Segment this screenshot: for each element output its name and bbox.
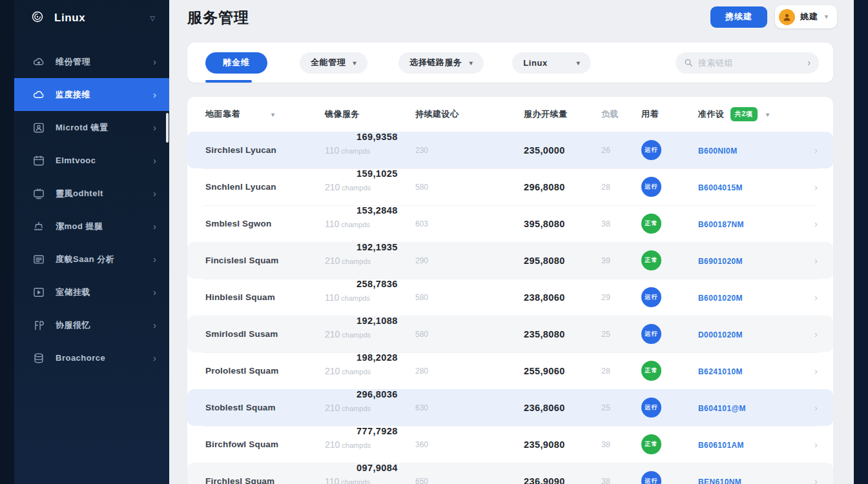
sidebar-item-1[interactable]: 维份管理 › [14, 45, 169, 78]
table-row[interactable]: Fincislesl Squam 210champds 192,1935290 … [187, 242, 833, 279]
table-body: Sirchlesl Lyucan 110champds 169,9358230 … [187, 132, 833, 484]
sidebar-item-label: 度貌Saan 分析 [56, 254, 143, 265]
brackets-icon [32, 318, 46, 332]
table-row[interactable]: Sirchlesl Lyucan 110champds 169,9358230 … [187, 132, 833, 168]
chevron-down-icon[interactable]: ▾ [766, 111, 770, 118]
chevron-down-icon: ▾ [470, 59, 473, 66]
sidebar-item-6[interactable]: 潔mod 提腿 › [14, 210, 169, 243]
sidebar-menu: 维份管理 › 监度接维 › Microtd 镜置 › Elmtvooc › 靈風… [14, 45, 169, 374]
logo-dropdown-icon[interactable]: ▽ [150, 15, 155, 22]
search-icon [684, 58, 693, 67]
table-row[interactable]: Snchlenl Lyucan 210champds 159,1025580 2… [187, 168, 833, 205]
main-content: 服务管理 携续建 姚建 ▼ 雕金维 全能管理 ▾ 选择链路服务 ▾ Linux … [169, 0, 854, 484]
sidebar-item-4[interactable]: Elmtvooc › [14, 144, 169, 177]
sidebar-item-label: 潔mod 提腿 [56, 221, 143, 232]
chevron-right-icon: › [153, 57, 156, 66]
column-header-version: 镜像服务 [325, 108, 415, 120]
cell-ci: 153,2848603 [415, 219, 524, 228]
table-row[interactable]: Firchlesl Squam 110champds 097,9084650 2… [187, 463, 833, 484]
chevron-right-icon: › [153, 353, 156, 363]
cell-ci: 169,9358230 [415, 146, 524, 155]
sidebar-item-label: 协服很忆 [56, 319, 143, 331]
sidebar-item-8[interactable]: 室储挂载 › [14, 276, 169, 308]
filter-dropdown-2[interactable]: 选择链路服务 ▾ [398, 52, 484, 74]
sidebar-item-label: 维份管理 [56, 56, 143, 68]
sidebar-scrollbar-thumb[interactable] [166, 113, 169, 143]
table-row[interactable]: Smirlosdl Susam 210champds 192,1088580 2… [187, 316, 833, 352]
chevron-down-icon: ▾ [353, 59, 356, 66]
services-table: 地面靠着 ▾ 镜像服务 持续建设心 服办开续量 负载 用着 准作设 共2项 ▾ … [187, 97, 833, 484]
primary-action-button[interactable]: 携续建 [710, 6, 767, 28]
filter-dropdown-1-label: 全能管理 [311, 57, 346, 68]
column-header-status: 用着 [641, 108, 698, 120]
sidebar-item-7[interactable]: 度貌Saan 分析 › [14, 243, 169, 276]
chevron-right-icon: › [153, 221, 156, 231]
sidebar-item-10[interactable]: Broachorce › [14, 341, 169, 374]
sidebar-item-3[interactable]: Microtd 镜置 › [14, 111, 169, 144]
cloud-icon [32, 88, 46, 102]
sidebar-item-label: 监度接维 [56, 89, 143, 101]
count-badge: 共2项 [730, 107, 758, 121]
tab-active[interactable]: 雕金维 [205, 52, 267, 74]
chevron-right-icon: › [153, 188, 156, 198]
ship-icon [32, 219, 46, 234]
search-submit-arrow-icon[interactable]: › [807, 57, 811, 68]
search-input[interactable] [698, 58, 802, 68]
sidebar-item-label: Broachorce [56, 353, 143, 363]
play-square-icon [32, 285, 46, 299]
monitor-icon [32, 187, 46, 201]
column-header-name[interactable]: 地面靠着 ▾ [205, 108, 325, 120]
user-menu[interactable]: 姚建 ▼ [775, 5, 837, 28]
chevron-right-icon: › [153, 320, 156, 330]
left-dark-rail [0, 0, 14, 484]
cell-ci: 097,9084650 [415, 477, 524, 484]
sidebar-item-label: 室储挂载 [56, 287, 143, 298]
sort-icon[interactable]: ▾ [271, 111, 275, 118]
table-header: 地面靠着 ▾ 镜像服务 持续建设心 服办开续量 负载 用着 准作设 共2项 ▾ [187, 97, 833, 132]
sidebar-item-label: Elmtvooc [56, 156, 143, 165]
linux-logo-icon [31, 10, 46, 26]
chevron-right-icon: › [153, 90, 156, 99]
page-title: 服务管理 [187, 8, 249, 28]
chevron-right-icon: › [153, 287, 156, 297]
filter-dropdown-1[interactable]: 全能管理 ▾ [300, 52, 367, 74]
column-header-count: 服办开续量 [524, 108, 601, 120]
cell-ci: 159,1025580 [415, 183, 524, 192]
right-dark-band [854, 0, 868, 484]
user-avatar [779, 9, 795, 25]
table-row[interactable]: Hinblesil Squam 110champds 258,7836580 2… [187, 279, 833, 316]
sidebar-item-5[interactable]: 靈風odhtelt › [14, 177, 169, 210]
sidebar-item-label: Microtd 镜置 [56, 122, 143, 134]
filter-dropdown-os[interactable]: Linux ▾ [512, 52, 591, 74]
sidebar-logo[interactable]: Linux ▽ [14, 0, 169, 36]
header-actions: 携续建 姚建 ▼ [710, 5, 837, 28]
cloud-upload-icon [32, 55, 46, 69]
sidebar-item-2[interactable]: 监度接维 › [14, 78, 169, 111]
cell-service-name: Smblesl Sgwon [205, 219, 325, 228]
filter-dropdown-os-label: Linux [523, 58, 548, 68]
cell-ci: 258,7836580 [415, 293, 524, 302]
calendar-icon [32, 154, 46, 168]
sidebar-item-9[interactable]: 协服很忆 › [14, 308, 169, 341]
cell-service-name: Prololestl Squam [205, 366, 325, 376]
column-header-load: 负载 [601, 108, 641, 120]
cell-ci: 192,1088580 [415, 330, 524, 339]
cell-service-name: Fincislesl Squam [205, 256, 325, 265]
user-name: 姚建 [800, 11, 818, 23]
active-tab-indicator [205, 80, 252, 83]
cell-ci: 192,1935290 [415, 256, 524, 265]
list-icon [32, 252, 46, 267]
chevron-down-icon: ▼ [823, 14, 829, 20]
table-row[interactable]: Stoblestl Squam 210champds 296,8036630 2… [187, 389, 833, 426]
cell-ci: 198,2028280 [415, 367, 524, 376]
cell-service-name: Hinblesil Squam [205, 292, 325, 302]
search-box[interactable]: › [676, 52, 819, 74]
filter-dropdown-2-label: 选择链路服务 [409, 57, 462, 68]
table-row[interactable]: Prololestl Squam 210champds 198,2028280 … [187, 352, 833, 389]
table-row[interactable]: Smblesl Sgwon 110champds 153,2848603 395… [187, 205, 833, 242]
database-icon [32, 351, 46, 365]
cell-service-name: Birchfowl Squam [205, 439, 325, 449]
table-row[interactable]: Birchfowl Squam 210champds 777,7928360 2… [187, 426, 833, 463]
sidebar-item-label: 靈風odhtelt [56, 188, 143, 199]
logo-text: Linux [54, 12, 142, 25]
